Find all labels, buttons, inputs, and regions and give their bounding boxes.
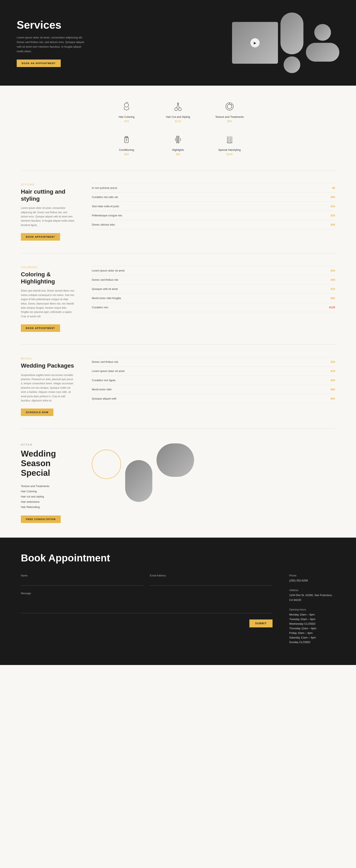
email-label: Email Address bbox=[150, 574, 272, 577]
hours-label: Opening Hours bbox=[289, 608, 335, 611]
name-label: Name bbox=[21, 574, 143, 577]
hero-image-col-1 bbox=[281, 12, 303, 73]
coloring-menu-left: Coloring Coloring & Highlighting Etiam q… bbox=[21, 266, 75, 332]
coloring-menu-section: Coloring Coloring & Highlighting Etiam q… bbox=[0, 253, 356, 344]
svg-point-4 bbox=[179, 108, 181, 111]
form-name-email-row: Name Email Address bbox=[21, 574, 272, 586]
styling-item-5: Donec ultrices lobo $45 bbox=[92, 220, 335, 229]
service-hair-coloring: Hair Coloring $79 bbox=[105, 100, 148, 123]
coloring-book-button[interactable]: BOOK APPOINTMENT bbox=[21, 324, 60, 332]
service-conditioning-price: $68 bbox=[124, 153, 129, 156]
book-section: Book Appointment Name Email Address Mess… bbox=[0, 537, 356, 665]
form-message-group: Message bbox=[21, 592, 272, 613]
service-highlights: Highlights $99 bbox=[157, 133, 200, 156]
offer-list-item-3: Hair cut and styling bbox=[21, 494, 79, 499]
styling-item-1-name: In non pulvinar purus bbox=[92, 186, 117, 189]
styling-item-2-name: Curabitur nisi odio vel bbox=[92, 195, 118, 198]
phone-value: (255) 352-6258 bbox=[289, 578, 335, 583]
styling-item-1: In non pulvinar purus $8 bbox=[92, 183, 335, 192]
styling-item-3-price: $16 bbox=[330, 205, 335, 208]
book-form: Name Email Address Message SUBMIT bbox=[21, 574, 272, 650]
offer-label: OFFER bbox=[21, 443, 79, 446]
styling-menu-right: In non pulvinar purus $8 Curabitur nisi … bbox=[92, 183, 335, 241]
play-button[interactable]: ▶ bbox=[250, 38, 260, 48]
email-input[interactable] bbox=[150, 579, 272, 586]
hours-line-2: Tuesday 10am – 6pm bbox=[289, 617, 335, 622]
styling-item-3-name: Sed vitae nulla et justo bbox=[92, 205, 119, 208]
service-special-name: Special Hairstyling bbox=[218, 148, 240, 151]
bridal-schedule-button[interactable]: SCHEDULE NOW bbox=[21, 408, 54, 416]
coloring-item-1-name: Lorem ipsum dolor sit amet bbox=[92, 269, 125, 272]
coloring-item-3: Quisque velit sit amet $16 bbox=[92, 284, 335, 293]
hours-line-4: Thursday 12am – 6pm bbox=[289, 626, 335, 631]
coloring-item-3-name: Quisque velit sit amet bbox=[92, 287, 118, 290]
hours-line-1: Monday 10am – 6pm bbox=[289, 612, 335, 617]
coloring-item-2-price: $40 bbox=[330, 278, 335, 281]
styling-item-5-price: $45 bbox=[330, 223, 335, 226]
bridal-item-5-price: $65 bbox=[330, 397, 335, 400]
message-textarea[interactable] bbox=[21, 596, 272, 613]
bridal-item-1-price: $35 bbox=[330, 360, 335, 363]
hero-book-button[interactable]: BOOK AN APPOINTMENT bbox=[17, 60, 61, 67]
bridal-item-3-price: $40 bbox=[330, 379, 335, 382]
submit-button[interactable]: SUBMIT bbox=[249, 619, 272, 627]
service-highlights-name: Highlights bbox=[172, 148, 184, 151]
services-section: Hair Coloring $79 Hair Cut and Styling $… bbox=[0, 86, 356, 170]
hours-value: Monday 10am – 6pm Tuesday 10am – 6pm Wed… bbox=[289, 612, 335, 645]
styling-item-4-price: $35 bbox=[330, 214, 335, 217]
book-inner: Name Email Address Message SUBMIT bbox=[21, 574, 335, 650]
special-hairstyling-icon bbox=[223, 133, 236, 146]
bridal-item-4-price: $80 bbox=[330, 388, 335, 391]
service-hair-cut-name: Hair Cut and Styling bbox=[166, 115, 190, 118]
hours-line-6: Saturday 11am – 4pm bbox=[289, 636, 335, 640]
service-hair-cut: Hair Cut and Styling $129 bbox=[157, 100, 200, 123]
coloring-item-4-price: $65 bbox=[330, 297, 335, 300]
bridal-item-5: Quisque aliquet velit $65 bbox=[92, 394, 335, 403]
bridal-title: Wedding Packages bbox=[21, 362, 75, 369]
hero-video-thumbnail[interactable]: ▶ bbox=[232, 22, 278, 64]
message-label: Message bbox=[21, 592, 272, 595]
conditioning-icon bbox=[120, 133, 133, 146]
offer-list-item-1: Texture and Treatments bbox=[21, 484, 79, 489]
coloring-item-4: Morbi tortor nibh fringilla $65 bbox=[92, 293, 335, 303]
hero-image-circle bbox=[284, 56, 300, 73]
coloring-item-2-name: Donec sed finibus nisi bbox=[92, 278, 118, 281]
styling-description: Lorem ipsum dolor sit amet, consectetur … bbox=[21, 206, 75, 227]
offer-list-item-2: Hair Coloring bbox=[21, 489, 79, 494]
bridal-item-5-name: Quisque aliquet velit bbox=[92, 397, 116, 400]
service-conditioning: Conditioning $68 bbox=[105, 133, 148, 156]
service-special-price: $169 bbox=[226, 153, 232, 156]
bridal-item-4-name: Morbi tortor nibh bbox=[92, 388, 111, 391]
styling-title: Hair cutting and styling bbox=[21, 188, 75, 202]
bridal-menu-left: Bridal Wedding Packages Suspendisse sagi… bbox=[21, 357, 75, 416]
address-block: Address 1234 Divi St. #1000, San Francis… bbox=[289, 589, 335, 602]
phone-label: Phone bbox=[289, 574, 335, 577]
offer-section: OFFER Wedding Season Special Texture and… bbox=[0, 429, 356, 537]
coloring-item-5-name: Curabitur non bbox=[92, 306, 108, 309]
offer-title: Wedding Season Special bbox=[21, 449, 79, 478]
offer-list: Texture and Treatments Hair Coloring Hai… bbox=[21, 484, 79, 509]
form-message-row: Message bbox=[21, 592, 272, 613]
styling-item-3: Sed vitae nulla et justo $16 bbox=[92, 202, 335, 211]
hero-image-tall bbox=[281, 12, 303, 54]
styling-menu-section: Styling Hair cutting and styling Lorem i… bbox=[0, 170, 356, 253]
styling-item-4: Pellentesque congue nec $35 bbox=[92, 211, 335, 220]
svg-point-0 bbox=[124, 103, 129, 107]
hero-left: Services Lorem ipsum dolor sit amet, con… bbox=[17, 19, 220, 67]
svg-rect-18 bbox=[178, 136, 179, 143]
svg-point-3 bbox=[175, 108, 177, 111]
styling-item-2-price: $65 bbox=[330, 195, 335, 198]
service-hair-coloring-price: $79 bbox=[124, 120, 129, 123]
styling-item-2: Curabitur nisi odio vel $65 bbox=[92, 192, 335, 202]
coloring-label: Coloring bbox=[21, 266, 75, 269]
hair-cut-icon bbox=[172, 100, 184, 113]
name-input[interactable] bbox=[21, 579, 143, 586]
form-email-group: Email Address bbox=[150, 574, 272, 586]
bridal-item-3-name: Curabitur non ligula bbox=[92, 379, 116, 382]
coloring-item-3-price: $16 bbox=[330, 287, 335, 290]
styling-item-4-name: Pellentesque congue nec bbox=[92, 214, 122, 217]
offer-cta-button[interactable]: FREE CONSULTATION bbox=[21, 516, 61, 523]
svg-rect-13 bbox=[125, 136, 128, 137]
service-texture-price: $99 bbox=[227, 120, 232, 123]
styling-book-button[interactable]: BOOK APPOINTMENT bbox=[21, 233, 60, 241]
